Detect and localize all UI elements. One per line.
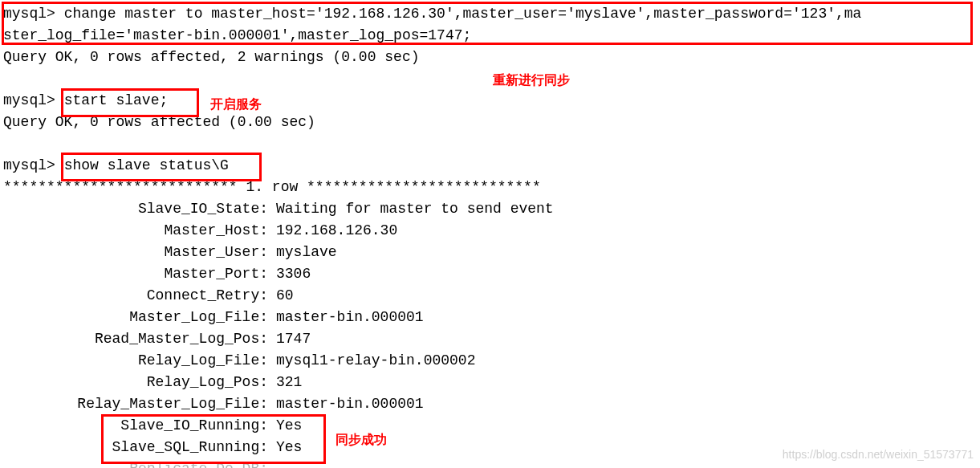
field-master-port: Master_Port: 3306 (3, 263, 977, 285)
blank-1 (3, 68, 977, 90)
prompt: mysql> (3, 92, 55, 108)
field-value: 192.168.126.30 (268, 220, 397, 242)
field-master-host: Master_Host: 192.168.126.30 (3, 220, 977, 242)
field-label: Connect_Retry: (3, 285, 268, 307)
field-slave-io-state: Slave_IO_State: Waiting for master to se… (3, 198, 977, 220)
watermark: https://blog.csdn.net/weixin_51573771 (783, 446, 974, 463)
result-2: Query OK, 0 rows affected (0.00 sec) (3, 112, 977, 133)
field-label: Relay_Master_Log_File: (3, 393, 268, 415)
field-value: mysql1-relay-bin.000002 (268, 350, 475, 372)
cmd1-part1: change master to master_host='192.168.12… (64, 6, 862, 22)
field-relay-log-file: Relay_Log_File: mysql1-relay-bin.000002 (3, 350, 977, 372)
field-master-user: Master_User: myslave (3, 242, 977, 263)
field-read-master-log-pos: Read_Master_Log_Pos: 1747 (3, 328, 977, 350)
field-value: master-bin.000001 (268, 307, 424, 328)
field-label: Master_Log_File: (3, 307, 268, 328)
field-value: 321 (268, 372, 302, 393)
field-label: Read_Master_Log_Pos: (3, 328, 268, 350)
field-master-log-file: Master_Log_File: master-bin.000001 (3, 307, 977, 328)
field-value: 60 (268, 285, 294, 307)
blank-2 (3, 133, 977, 155)
cmd-change-master-line2: ster_log_file='master-bin.000001',master… (3, 25, 977, 47)
field-value: myslave (268, 242, 337, 263)
field-value: Waiting for master to send event (268, 198, 554, 220)
annotation-resync: 重新进行同步 (493, 71, 570, 90)
field-value: Yes (268, 437, 302, 458)
field-slave-io-running: Slave_IO_Running: Yes (3, 415, 977, 437)
cmd1-part2: ster_log_file='master-bin.000001',master… (3, 27, 471, 43)
cmd-show-slave-status: show slave status\G (64, 157, 229, 173)
field-connect-retry: Connect_Retry: 60 (3, 285, 977, 307)
cmd-show-slave-line: mysql> show slave status\G (3, 155, 977, 177)
field-label: Relay_Log_File: (3, 350, 268, 372)
cmd-start-slave-line: mysql> start slave; (3, 90, 977, 112)
field-label: Slave_SQL_Running: (3, 437, 268, 458)
field-relay-master-log-file: Relay_Master_Log_File: master-bin.000001 (3, 393, 977, 415)
annotation-start-service: 开启服务 (210, 95, 262, 114)
prompt: mysql> (3, 6, 55, 22)
field-value: 1747 (268, 328, 311, 350)
field-label: Master_User: (3, 242, 268, 263)
field-relay-log-pos: Relay_Log_Pos: 321 (3, 372, 977, 393)
field-label: Replicate_Do_DB: (3, 458, 268, 468)
field-value: 3306 (268, 263, 311, 285)
field-label: Relay_Log_Pos: (3, 372, 268, 393)
annotation-sync-success: 同步成功 (335, 430, 387, 450)
prompt: mysql> (3, 157, 55, 173)
cmd-change-master-line1: mysql> change master to master_host='192… (3, 3, 977, 25)
cmd-start-slave: start slave; (64, 92, 169, 108)
field-label: Master_Host: (3, 220, 268, 242)
field-label: Slave_IO_State: (3, 198, 268, 220)
field-value: Yes (268, 415, 302, 437)
field-label: Master_Port: (3, 263, 268, 285)
field-value: master-bin.000001 (268, 393, 424, 415)
field-label: Slave_IO_Running: (3, 415, 268, 437)
result-1: Query OK, 0 rows affected, 2 warnings (0… (3, 47, 977, 68)
row-header: *************************** 1. row *****… (3, 177, 977, 198)
